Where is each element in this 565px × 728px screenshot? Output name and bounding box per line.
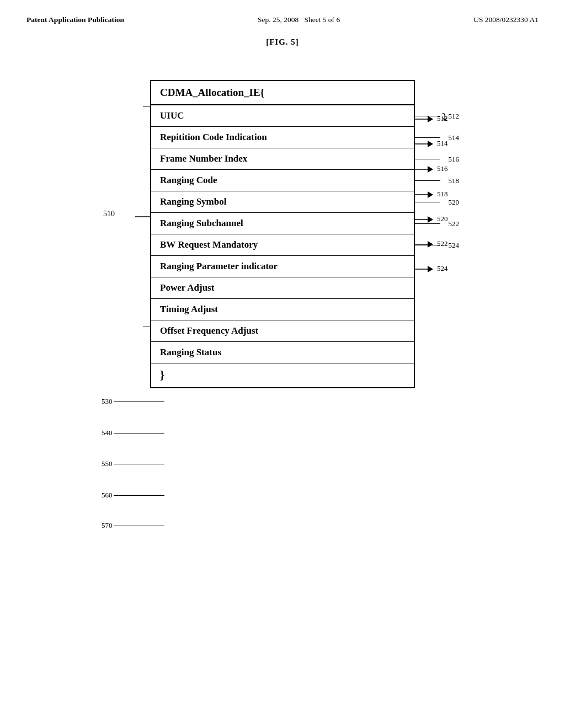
svg-marker-7: [428, 191, 433, 198]
right-arrows-svg: [414, 106, 458, 327]
table-row-frame-number: Frame Number Index 516: [151, 148, 414, 170]
right-label-520: 520: [437, 215, 448, 223]
table-row-ranging-status: Ranging Status: [151, 342, 414, 363]
label-570-container: 570: [102, 521, 164, 530]
right-label-518: 518: [437, 190, 448, 199]
brace-510: [124, 106, 153, 329]
svg-marker-8: [428, 216, 433, 223]
label-570: 570: [102, 521, 113, 530]
svg-marker-10: [428, 266, 433, 272]
table-row-offset-frequency: Offset Frequency Adjust: [151, 320, 414, 342]
svg-marker-5: [428, 141, 433, 147]
label-560-container: 560: [102, 491, 164, 500]
label-510: 510: [103, 210, 115, 218]
right-label-524: 524: [437, 264, 448, 273]
label-530-container: 530: [102, 397, 164, 406]
label-540: 540: [102, 429, 113, 437]
right-label-516: 516: [437, 164, 448, 173]
label-550-container: 550: [102, 459, 164, 468]
table-row-bw-request: BW Request Mandatory 524: [151, 234, 414, 256]
svg-marker-6: [428, 166, 433, 173]
ie-table: CDMA_Allocation_IE{ UIUC ⤵ 512 Repititio…: [150, 80, 415, 388]
header-patent-number: US 2008/0232330 A1: [473, 15, 539, 24]
table-row-ranging-subchannel: Ranging Subchannel 522: [151, 213, 414, 234]
table-row-ranging-param: Ranging Parameter indicator: [151, 256, 414, 277]
table-header: CDMA_Allocation_IE{: [151, 81, 414, 105]
right-label-512: 512: [437, 114, 448, 123]
connector-530: [114, 402, 164, 402]
connector-560: [114, 495, 164, 496]
right-label-514: 514: [437, 139, 448, 148]
svg-marker-4: [428, 116, 433, 122]
label-560: 560: [102, 491, 113, 500]
table-row-ranging-symbol: Ranging Symbol 520: [151, 191, 414, 213]
label-550: 550: [102, 459, 113, 468]
right-label-522: 522: [437, 239, 448, 248]
label-540-container: 540: [102, 429, 164, 437]
table-closing: }: [151, 363, 414, 387]
connector-570: [114, 526, 164, 526]
table-row-timing-adjust: Timing Adjust: [151, 299, 414, 320]
figure-title: [FIG. 5]: [0, 38, 565, 47]
connector-550: [114, 464, 164, 464]
diagram-area: CDMA_Allocation_IE{ UIUC ⤵ 512 Repititio…: [73, 80, 492, 565]
connector-540: [114, 433, 164, 433]
header-date-sheet: Sep. 25, 2008 Sheet 5 of 6: [258, 15, 340, 24]
page-header: Patent Application Publication Sep. 25, …: [0, 0, 565, 24]
table-row-repitition: Repitition Code Indication 514: [151, 127, 414, 148]
header-publication: Patent Application Publication: [26, 15, 124, 24]
svg-marker-9: [428, 241, 433, 248]
table-row-uiuc: UIUC ⤵ 512: [151, 105, 414, 127]
label-530: 530: [102, 397, 113, 406]
table-row-ranging-code: Ranging Code 518: [151, 170, 414, 191]
table-row-power-adjust: Power Adjust: [151, 277, 414, 299]
